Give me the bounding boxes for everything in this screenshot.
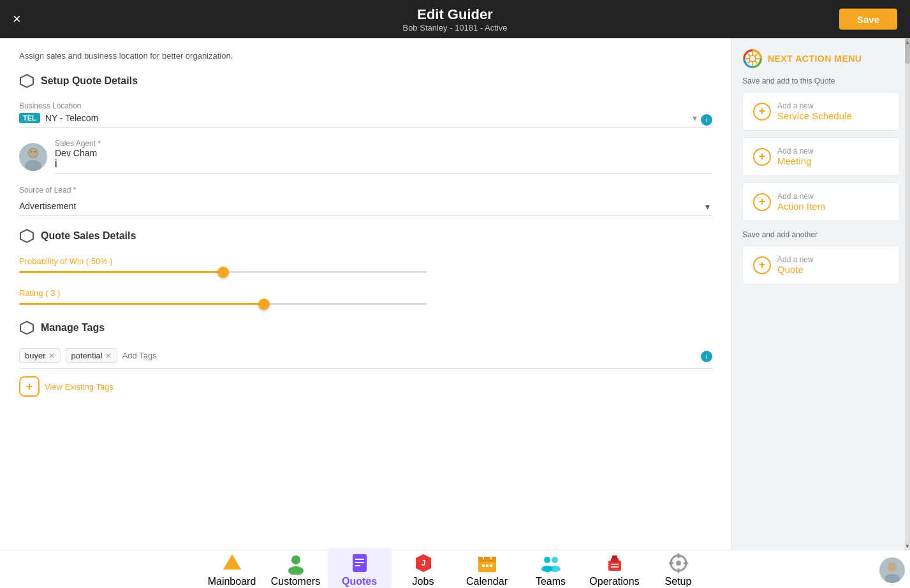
nav-mainboard[interactable]: Mainboard (200, 548, 264, 589)
svg-marker-13 (225, 557, 239, 568)
source-lead-label: Source of Lead * (19, 186, 712, 195)
probability-fill (19, 271, 223, 273)
nav-teams-label: Teams (536, 576, 566, 587)
svg-point-45 (888, 562, 897, 571)
service-schedule-plus-icon: + (753, 103, 771, 121)
user-avatar[interactable] (879, 557, 905, 583)
scroll-up-icon[interactable]: ▲ (905, 38, 910, 46)
action-item-add-new: Add a new (777, 192, 825, 201)
close-button[interactable]: × (13, 11, 21, 27)
service-schedule-add-new: Add a new (777, 101, 852, 110)
nav-calendar[interactable]: Calendar (455, 548, 519, 589)
right-panel: NEXT ACTION MENU Save and add to this Qu… (731, 38, 910, 550)
rating-thumb[interactable] (258, 298, 270, 310)
svg-point-10 (749, 55, 756, 62)
add-tag-input[interactable] (122, 351, 230, 360)
rating-slider[interactable] (19, 303, 427, 305)
rating-slider-group: Rating ( 3 ) (19, 288, 712, 305)
nav-jobs[interactable]: J Jobs (392, 548, 455, 589)
scrollbar[interactable]: ▲ ▼ (905, 38, 910, 550)
main-layout: Assign sales and business location for b… (0, 38, 910, 550)
nav-operations-label: Operations (589, 576, 639, 587)
source-lead-group: Source of Lead * Advertisement Referral … (19, 186, 712, 216)
nav-quotes[interactable]: Quotes (328, 548, 392, 589)
next-action-gear-icon (742, 48, 763, 69)
source-lead-select[interactable]: Advertisement Referral Web (19, 197, 712, 216)
svg-rect-35 (612, 555, 617, 559)
nav-setup[interactable]: Setup (647, 548, 710, 589)
quotes-icon (348, 552, 371, 575)
setup-icon (667, 552, 690, 575)
manage-tags-section-header: Manage Tags (19, 320, 712, 335)
nav-customers[interactable]: Customers (264, 548, 328, 589)
nav-calendar-label: Calendar (466, 576, 508, 587)
svg-marker-0 (20, 75, 33, 87)
teams-icon (539, 552, 562, 575)
business-location-info-icon[interactable]: i (701, 114, 712, 126)
save-button[interactable]: Save (839, 9, 897, 30)
save-add-label: Save and add to this Quote (742, 77, 900, 85)
quote-sales-title: Quote Sales Details (41, 230, 136, 242)
rating-label: Rating ( 3 ) (19, 288, 712, 298)
tag-potential: potential ✕ (66, 348, 117, 363)
probability-slider-group: Probability of Win ( 50% ) (19, 256, 712, 273)
tag-potential-label: potential (71, 351, 103, 360)
calendar-icon (476, 552, 499, 575)
probability-label: Probability of Win ( 50% ) (19, 256, 712, 266)
svg-point-6 (34, 151, 36, 152)
agent-info: Sales Agent * Dev Cham i (55, 139, 712, 174)
meeting-plus-icon: + (753, 148, 771, 166)
rating-fill (19, 303, 264, 305)
tag-buyer-remove[interactable]: ✕ (48, 351, 55, 360)
action-item-card[interactable]: + Add a new Action Item (742, 182, 900, 221)
svg-point-39 (676, 561, 681, 566)
view-tags-icon: + (19, 376, 40, 397)
quote-sales-section-header: Quote Sales Details (19, 228, 712, 244)
probability-thumb[interactable] (217, 267, 229, 278)
scroll-down-icon[interactable]: ▼ (905, 542, 910, 550)
page-subtitle: Bob Stanley - 10181 - Active (402, 23, 507, 33)
setup-quote-title: Setup Quote Details (41, 75, 138, 87)
probability-track (19, 271, 427, 273)
business-location-value: NY - Telecom (45, 113, 693, 123)
nav-mainboard-label: Mainboard (208, 576, 256, 587)
rating-track (19, 303, 427, 305)
top-note: Assign sales and business location for b… (19, 51, 712, 61)
svg-point-29 (544, 557, 550, 563)
manage-tags-title: Manage Tags (41, 322, 105, 334)
agent-avatar (19, 143, 47, 171)
sales-agent-info-icon[interactable]: i (55, 158, 57, 169)
action-item-name: Action Item (777, 201, 825, 212)
nav-operations[interactable]: Operations (583, 548, 647, 589)
quote-name: Quote (777, 264, 814, 275)
meeting-name: Meeting (777, 156, 814, 166)
tel-badge: TEL (19, 113, 40, 123)
tag-potential-remove[interactable]: ✕ (105, 351, 112, 360)
dropdown-arrow-icon: ▾ (693, 113, 697, 123)
quote-add-new: Add a new (777, 255, 814, 264)
tags-info-icon[interactable]: i (701, 351, 712, 362)
business-location-field: TEL NY - Telecom ▾ i (19, 113, 712, 128)
probability-slider[interactable] (19, 271, 427, 273)
svg-rect-23 (478, 557, 496, 562)
sales-agent-value: Dev Cham (55, 148, 712, 158)
view-existing-tags-button[interactable]: + View Existing Tags (19, 376, 712, 397)
bottom-nav: Mainboard Customers Quotes J Jobs (0, 550, 910, 588)
sales-agent-row: Sales Agent * Dev Cham i (19, 139, 712, 174)
next-action-header: NEXT ACTION MENU (742, 48, 900, 69)
meeting-card[interactable]: + Add a new Meeting (742, 137, 900, 176)
business-location-label: Business Location (19, 101, 712, 110)
svg-rect-26 (482, 564, 485, 567)
nav-teams[interactable]: Teams (519, 548, 583, 589)
action-item-plus-icon: + (753, 193, 771, 211)
view-tags-label: View Existing Tags (45, 382, 114, 392)
tags-row: buyer ✕ potential ✕ (19, 348, 712, 369)
svg-point-5 (31, 151, 32, 152)
jobs-icon: J (412, 552, 435, 575)
service-schedule-card[interactable]: + Add a new Service Schedule (742, 92, 900, 131)
business-location-group: Business Location TEL NY - Telecom ▾ i (19, 101, 712, 128)
quote-card[interactable]: + Add a new Quote (742, 246, 900, 284)
svg-point-32 (549, 566, 561, 572)
tag-buyer: buyer ✕ (19, 348, 61, 363)
customers-icon (284, 552, 307, 575)
